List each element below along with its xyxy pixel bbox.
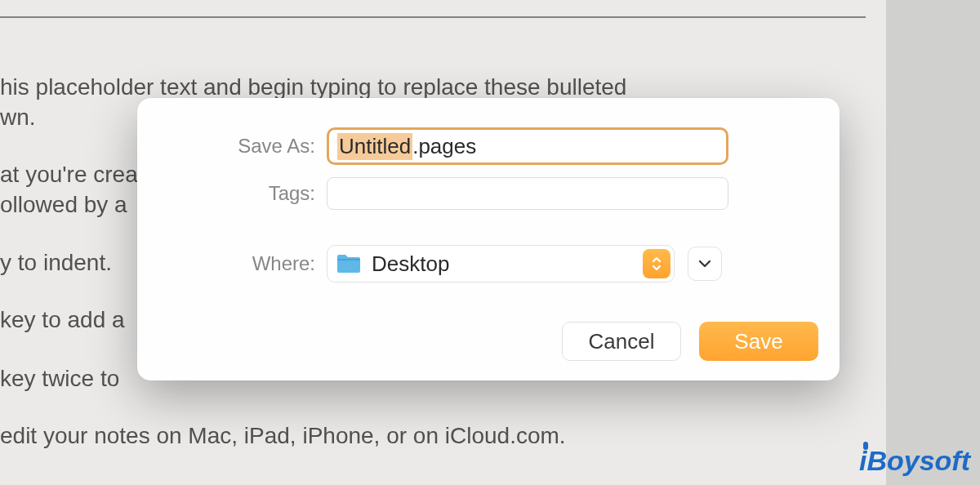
saveas-label: Save As:	[137, 135, 327, 158]
dialog-button-row: Cancel Save	[562, 322, 818, 361]
bg-text-line: edit your notes on Mac, iPad, iPhone, or…	[0, 420, 566, 452]
bg-text-line: ollowed by a	[0, 189, 127, 220]
svg-rect-0	[337, 259, 360, 260]
where-selected-value: Desktop	[372, 251, 449, 277]
watermark-logo: iBoysoft	[859, 445, 970, 477]
tags-input[interactable]	[327, 177, 728, 210]
saveas-row: Save As: Untitled.pages	[137, 127, 840, 165]
expand-location-button[interactable]	[688, 247, 722, 281]
bg-text-line: at you're crea	[0, 159, 138, 190]
where-row: Where: Desktop	[137, 245, 840, 283]
tags-row: Tags:	[137, 177, 840, 210]
save-dialog: Save As: Untitled.pages Tags: Where: Des…	[137, 98, 840, 380]
folder-icon	[336, 253, 362, 274]
saveas-input[interactable]: Untitled.pages	[327, 127, 728, 165]
where-label: Where:	[137, 252, 327, 275]
where-dropdown[interactable]: Desktop	[327, 245, 675, 283]
filename-extension: .pages	[412, 134, 476, 159]
divider-line	[0, 16, 866, 18]
bg-text-line: y to indent.	[0, 247, 112, 278]
bg-text-line: key twice to	[0, 363, 119, 394]
watermark-dot-icon	[863, 442, 868, 450]
save-button[interactable]: Save	[699, 322, 818, 361]
bg-text-line: wn.	[0, 102, 36, 133]
bg-text-line: key to add a	[0, 305, 125, 336]
filename-selected-text: Untitled	[337, 133, 412, 160]
tags-label: Tags:	[137, 182, 327, 205]
dropdown-arrows-icon	[643, 249, 670, 278]
cancel-button[interactable]: Cancel	[562, 322, 681, 361]
chevron-down-icon	[697, 259, 712, 269]
